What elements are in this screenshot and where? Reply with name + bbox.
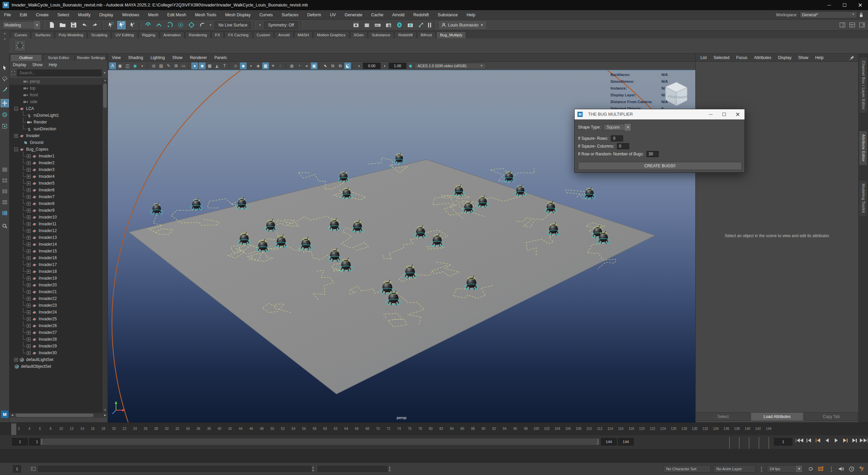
fps-selector[interactable]: 24 fps ▼	[767, 465, 803, 473]
menu-uv[interactable]: UV	[330, 13, 336, 17]
dialog-minimize-button[interactable]	[704, 109, 717, 119]
shelf-tab-mash[interactable]: MASH	[294, 32, 313, 38]
expand-icon[interactable]: +	[27, 297, 31, 301]
gamma-field[interactable]	[389, 63, 406, 69]
layout-two-pane-side-button[interactable]	[1, 187, 9, 195]
expand-icon[interactable]: +	[27, 236, 31, 240]
expand-icon[interactable]: +	[27, 290, 31, 294]
scroll-left-icon[interactable]: ◀	[9, 413, 15, 418]
pause-viewport-icon[interactable]	[428, 23, 431, 27]
playback-end-field[interactable]	[601, 438, 617, 445]
live-surface-field[interactable]: No Live Surface	[215, 21, 251, 29]
shadows-icon[interactable]: ▩	[262, 62, 269, 69]
minimize-button[interactable]	[821, 0, 837, 10]
current-frame-field[interactable]	[774, 438, 792, 445]
new-scene-icon[interactable]	[47, 21, 56, 29]
ground-plane-mesh[interactable]	[129, 159, 655, 394]
shelf-tab-fx[interactable]: FX	[211, 32, 224, 38]
rotate-tool-icon[interactable]	[1, 111, 9, 119]
menu-substance[interactable]: Substance	[438, 13, 458, 17]
wireframe-icon[interactable]: ◇	[232, 62, 239, 69]
expand-icon[interactable]: +	[27, 175, 31, 178]
sel-highlight-icon[interactable]: ⬉	[322, 62, 329, 69]
expand-icon[interactable]: +	[27, 304, 31, 307]
snap-point-icon[interactable]	[166, 21, 174, 29]
scale-tool-icon[interactable]	[1, 122, 9, 130]
grid-toggle-icon[interactable]: ⊞	[173, 62, 179, 69]
character-set-selector[interactable]: No Character Set	[663, 465, 711, 473]
shelf-tab-redshift[interactable]: Redshift	[394, 32, 416, 38]
chevron-down-icon[interactable]: ▼	[209, 23, 212, 27]
motion-blur-icon[interactable]: ◌	[277, 62, 284, 69]
outliner-item-defaultobjectset[interactable]: defaultObjectSet	[9, 363, 102, 370]
invader-bug-25[interactable]	[503, 171, 515, 182]
expand-icon[interactable]: +	[27, 195, 31, 199]
shelf-tab-animation[interactable]: Animation	[160, 32, 185, 38]
film-gate-icon[interactable]: ▭	[180, 62, 187, 69]
step-back-frame-button[interactable]	[805, 437, 812, 444]
dialog-close-button[interactable]	[731, 109, 745, 119]
expand-icon[interactable]: +	[27, 209, 31, 212]
sidebar-tab-attribute-editor[interactable]: Attribute Editor	[859, 131, 867, 166]
shaded-icon[interactable]: ◆	[240, 62, 247, 69]
go-to-end-button[interactable]	[860, 437, 867, 444]
viewport-menu-view[interactable]: View	[112, 55, 121, 60]
invader-bug-15[interactable]	[394, 153, 405, 164]
statusline-separator[interactable]	[102, 21, 104, 29]
menu-display[interactable]: Display	[99, 13, 113, 17]
view-cube[interactable]: FRONT RIGHT	[659, 77, 691, 109]
menu-edit-mesh[interactable]: Edit Mesh	[167, 13, 186, 17]
sidebar-tab-modeling-toolkit[interactable]: Modeling Toolkit	[859, 180, 867, 217]
scrollbar-thumb[interactable]	[103, 83, 107, 108]
field-chart-icon[interactable]: ▦	[206, 62, 213, 69]
select-hierarchy-icon[interactable]	[107, 21, 115, 29]
select-tool-icon[interactable]	[1, 64, 9, 72]
invader-bug-29[interactable]	[583, 187, 595, 199]
animation-start-field[interactable]	[12, 438, 28, 445]
layout-single-pane-button[interactable]	[1, 166, 9, 174]
statusline-separator[interactable]	[139, 21, 141, 29]
expand-icon[interactable]: +	[27, 331, 31, 335]
scrollbar-thumb[interactable]	[16, 414, 94, 417]
statusline-separator[interactable]	[43, 21, 45, 29]
bug-multiplier-shelf-button[interactable]	[14, 40, 26, 52]
layout-four-pane-button[interactable]	[1, 176, 9, 185]
load-attributes-button[interactable]: Load Attributes	[751, 412, 804, 421]
outliner-menu-display[interactable]: Display	[13, 62, 26, 67]
toggle-channel-box-icon[interactable]	[858, 21, 866, 29]
toggle-workspace-docking-icon[interactable]	[848, 21, 856, 29]
gate-mask-icon[interactable]: ◙	[199, 62, 206, 69]
shelf-tab-uv-editing[interactable]: UV Editing	[112, 32, 137, 38]
attribute-editor-menu-list[interactable]: List	[700, 55, 707, 60]
play-forwards-button[interactable]	[832, 437, 840, 444]
command-field-icon[interactable]	[29, 465, 37, 473]
snap-grid-icon[interactable]	[144, 21, 152, 29]
outliner-vertical-scrollbar[interactable]: ▲ ▼	[102, 78, 108, 413]
go-to-start-button[interactable]	[796, 437, 803, 444]
launch-render-view-icon[interactable]	[396, 21, 404, 29]
shelf-tab-fx-caching[interactable]: FX Caching	[225, 32, 252, 38]
anti-alias-icon[interactable]: ◔	[296, 62, 303, 69]
collapse-icon[interactable]: –	[14, 148, 18, 151]
safe-action-icon[interactable]: ◭	[214, 62, 220, 69]
attribute-editor-menu-focus[interactable]: Focus	[736, 55, 747, 60]
rows-input[interactable]	[611, 135, 623, 141]
expand-icon[interactable]: +	[27, 222, 31, 226]
menu-arnold[interactable]: Arnold	[392, 13, 404, 17]
outliner-item-defaultlightset[interactable]: +defaultLightSet	[9, 356, 102, 363]
outliner-item-ground[interactable]: Ground	[9, 139, 102, 146]
lasso-tool-icon[interactable]	[1, 75, 9, 83]
shelf-tab-bifrost[interactable]: Bifrost	[417, 32, 436, 38]
invader-bug-1[interactable]	[151, 203, 163, 215]
filter-icon[interactable]	[11, 71, 16, 75]
viewport-menu-shading[interactable]: Shading	[128, 55, 143, 60]
lock-camera-icon[interactable]: ▣	[117, 62, 123, 69]
toggle-sidebar-panels-icon[interactable]	[838, 21, 846, 29]
shelf-options-icon[interactable]: ≡	[4, 37, 5, 41]
expand-icon[interactable]: +	[14, 134, 18, 138]
menu-modify[interactable]: Modify	[78, 13, 91, 17]
view-transform-dropdown[interactable]: ACES 1.0 SDR-video (sRGB)▼	[414, 63, 486, 69]
hypershade-icon[interactable]	[406, 21, 414, 29]
menu-select[interactable]: Select	[57, 13, 69, 17]
camera-attributes-icon[interactable]: ◫	[124, 62, 131, 69]
